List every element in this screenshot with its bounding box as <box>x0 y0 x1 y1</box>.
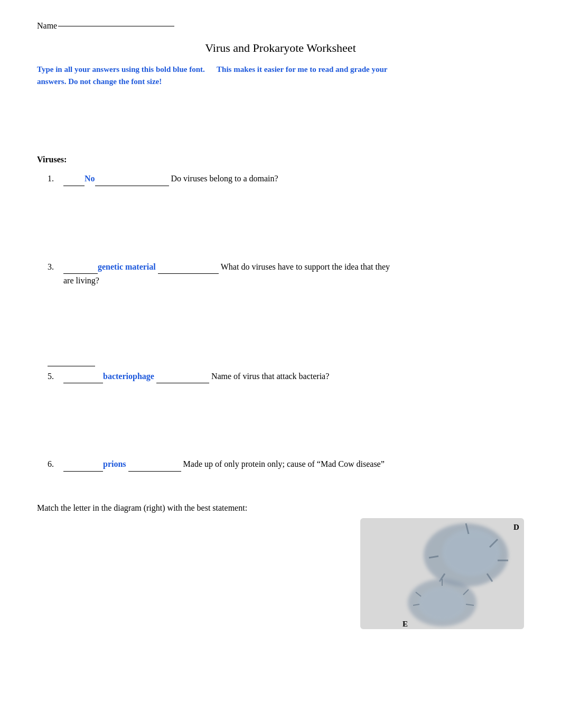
q3-blank-mid <box>158 260 219 274</box>
svg-point-10 <box>418 587 466 621</box>
q1-number: 1. <box>48 172 63 186</box>
virus-diagram-svg: D E <box>360 518 524 629</box>
q1-blank-before <box>63 172 85 186</box>
q5-answer: bacteriophage <box>103 370 154 383</box>
spacer5 <box>37 477 524 493</box>
q5-number: 5. <box>48 370 63 383</box>
extra-blank-line <box>37 356 524 366</box>
question-3-block: 3. genetic material What do viruses have… <box>37 260 524 288</box>
q3-answer: genetic material <box>98 260 156 274</box>
q6-blank-mid <box>128 457 181 472</box>
q1-text: Do viruses belong to a domain? <box>171 172 278 186</box>
question-6-row: 6. prions Made up of only protein only; … <box>48 457 524 472</box>
question-1-block: 1. No Do viruses belong to a domain? <box>37 172 524 186</box>
q6-number: 6. <box>48 457 63 471</box>
svg-point-2 <box>442 529 500 576</box>
question-1-row: 1. No Do viruses belong to a domain? <box>48 172 524 186</box>
name-label: Name <box>37 21 57 31</box>
q3-text: What do viruses have to support the idea… <box>221 260 390 274</box>
instructions-line3: answers. Do not change the font size! <box>37 77 162 86</box>
question-5-row: 5. bacteriophage Name of virus that atta… <box>48 370 524 384</box>
d-label: D <box>513 523 519 531</box>
q1-blank-after <box>95 172 169 186</box>
q6-answer: prions <box>103 457 126 471</box>
question-6-block: 6. prions Made up of only protein only; … <box>37 457 524 472</box>
instructions-block: Type in all your answers using this bold… <box>37 63 524 87</box>
q3-number: 3. <box>48 260 63 274</box>
match-header: Match the letter in the diagram (right) … <box>37 503 524 513</box>
q6-text: Made up of only protein only; cause of “… <box>183 457 385 471</box>
q3-text-line2: are living? <box>63 274 524 288</box>
q5-blank-before <box>63 370 103 384</box>
spacer2 <box>37 191 524 260</box>
q5-text: Name of virus that attack bacteria? <box>211 370 329 383</box>
instructions-line2: This makes it easier for me to read and … <box>217 65 387 73</box>
question-3-row: 3. genetic material What do viruses have… <box>48 260 524 274</box>
q3-blank-before <box>63 260 98 274</box>
diagram-placeholder: D E <box>360 518 524 629</box>
q1-answer: No <box>85 172 95 186</box>
q5-blank-mid <box>156 370 209 384</box>
e-label: E <box>403 620 408 628</box>
match-section: Match the letter in the diagram (right) … <box>37 503 524 634</box>
spacer1 <box>37 91 524 155</box>
spacer3 <box>37 293 524 356</box>
name-line: Name <box>37 21 524 31</box>
spacer4 <box>37 389 524 457</box>
instructions-line1: Type in all your answers using this bold… <box>37 65 205 73</box>
question-5-block: 5. bacteriophage Name of virus that atta… <box>37 370 524 384</box>
diagram-area: D E <box>37 518 524 634</box>
viruses-section-header: Viruses: <box>37 155 524 164</box>
page-title: Virus and Prokaryote Worksheet <box>37 41 524 55</box>
q6-blank-before <box>63 457 103 472</box>
name-underline-field[interactable] <box>58 26 174 26</box>
